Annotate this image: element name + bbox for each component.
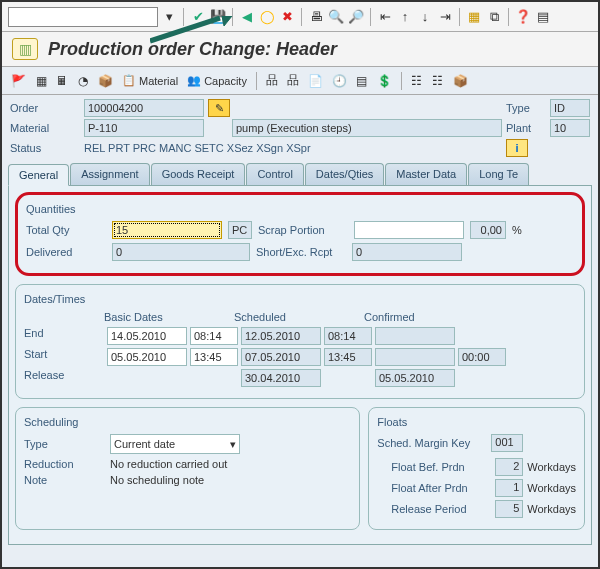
order-value: 100004200	[84, 99, 204, 117]
start-conf-date	[375, 348, 455, 366]
operations-icon[interactable]: 品	[263, 72, 281, 90]
tab-long-text[interactable]: Long Te	[468, 163, 529, 185]
documents-icon[interactable]: 📄	[305, 72, 326, 90]
cancel-icon[interactable]: ✖	[278, 8, 296, 26]
back-icon[interactable]: ◀	[238, 8, 256, 26]
sched-type-select[interactable]: Current date ▾	[110, 434, 240, 454]
shortcut-icon[interactable]: ⧉	[485, 8, 503, 26]
exit-icon[interactable]: ◯	[258, 8, 276, 26]
release-conf-date: 05.05.2010	[375, 369, 455, 387]
dates-group: Dates/Times Basic Dates Scheduled Confir…	[15, 284, 585, 399]
total-qty-uom: PC	[228, 221, 252, 239]
find-icon[interactable]: 🔍	[327, 8, 345, 26]
start-sched-date: 07.05.2010	[241, 348, 321, 366]
enter-icon[interactable]: ✔	[189, 8, 207, 26]
layout-icon[interactable]: ▤	[534, 8, 552, 26]
flag-icon[interactable]: 🚩	[8, 72, 29, 90]
float-bef-label: Float Bef. Prdn	[391, 461, 491, 473]
material-value: P-110	[84, 119, 204, 137]
end-sched-date: 12.05.2010	[241, 327, 321, 345]
end-conf-date	[375, 327, 455, 345]
material-label: Material	[10, 122, 80, 134]
release-period-label: Release Period	[391, 503, 491, 515]
floats-title: Floats	[377, 416, 576, 428]
scrap-label: Scrap Portion	[258, 224, 348, 236]
overview2-icon[interactable]: ☷	[429, 72, 447, 90]
chevron-down-icon: ▾	[230, 438, 236, 451]
release-period-unit: Workdays	[527, 503, 576, 515]
overview1-icon[interactable]: ☷	[408, 72, 426, 90]
wm-icon[interactable]: 📦	[450, 72, 471, 90]
pct-sign: %	[512, 224, 522, 236]
quantities-title: Quantities	[26, 203, 574, 215]
end-basic-time[interactable]: 08:14	[190, 327, 238, 345]
float-bef-value: 2	[495, 458, 523, 476]
help-icon[interactable]: ❓	[514, 8, 532, 26]
edit-order-button[interactable]: ✎	[208, 99, 230, 117]
last-page-icon[interactable]: ⇥	[436, 8, 454, 26]
release-period-value: 5	[495, 500, 523, 518]
cost-icon[interactable]: 💲	[374, 72, 395, 90]
grid-icon[interactable]: ▦	[32, 72, 50, 90]
header-form: Order 100004200 ✎ Type ID Material P-110…	[2, 95, 598, 159]
scrap-pct: 0,00	[470, 221, 506, 239]
end-basic-date[interactable]: 14.05.2010	[107, 327, 187, 345]
status-label: Status	[10, 142, 80, 154]
prev-page-icon[interactable]: ↑	[396, 8, 414, 26]
scrap-input[interactable]	[354, 221, 464, 239]
components-icon[interactable]: 品	[284, 72, 302, 90]
start-sched-time: 13:45	[324, 348, 372, 366]
plant-value: 10	[550, 119, 590, 137]
plant-label: Plant	[506, 122, 546, 134]
stock-icon[interactable]: 📦	[95, 72, 116, 90]
total-qty-input[interactable]: 15	[112, 221, 222, 239]
tab-goods-receipt[interactable]: Goods Receipt	[151, 163, 246, 185]
float-aft-label: Float After Prdn	[391, 482, 491, 494]
float-aft-value: 1	[495, 479, 523, 497]
tab-general[interactable]: General	[8, 164, 69, 186]
app-toolbar: 🚩 ▦ 🖩 ◔ 📦 📋Material 👥Capacity 品 品 📄 🕘 ▤ …	[2, 67, 598, 95]
settle-icon[interactable]: ▤	[353, 72, 371, 90]
status-value: REL PRT PRC MANC SETC XSez XSgn XSpr	[84, 142, 502, 154]
calc-icon[interactable]: 🖩	[53, 72, 71, 90]
page-title: Production order Change: Header	[48, 39, 337, 60]
margin-value[interactable]: 001	[491, 434, 523, 452]
tab-dates-qties[interactable]: Dates/Qties	[305, 163, 384, 185]
note-value: No scheduling note	[110, 474, 204, 486]
system-toolbar: ▾ ✔ 💾 ◀ ◯ ✖ 🖶 🔍 🔎 ⇤ ↑ ↓ ⇥ ▦ ⧉ ❓ ▤	[2, 2, 598, 32]
release-label: Release	[24, 369, 104, 387]
quantities-group: Quantities Total Qty 15 PC Scrap Portion…	[15, 192, 585, 276]
confirmed-header: Confirmed	[364, 311, 484, 323]
find-next-icon[interactable]: 🔎	[347, 8, 365, 26]
type-value: ID	[550, 99, 590, 117]
short-label: Short/Exc. Rcpt	[256, 246, 346, 258]
pie-icon[interactable]: ◔	[74, 72, 92, 90]
status-info-button[interactable]: i	[506, 139, 528, 157]
command-field[interactable]	[8, 7, 158, 27]
margin-label: Sched. Margin Key	[377, 437, 487, 449]
float-aft-unit: Workdays	[527, 482, 576, 494]
type-label: Type	[506, 102, 546, 114]
tab-body-general: Quantities Total Qty 15 PC Scrap Portion…	[8, 185, 592, 545]
order-label: Order	[10, 102, 80, 114]
dropdown-icon[interactable]: ▾	[160, 8, 178, 26]
scheduled-header: Scheduled	[234, 311, 364, 323]
start-basic-time[interactable]: 13:45	[190, 348, 238, 366]
reduction-value: No reduction carried out	[110, 458, 227, 470]
next-page-icon[interactable]: ↓	[416, 8, 434, 26]
tab-control[interactable]: Control	[246, 163, 303, 185]
material-button[interactable]: 📋Material	[119, 72, 181, 90]
schedule-icon[interactable]: 🕘	[329, 72, 350, 90]
new-session-icon[interactable]: ▦	[465, 8, 483, 26]
first-page-icon[interactable]: ⇤	[376, 8, 394, 26]
floats-group: Floats Sched. Margin Key 001 Float Bef. …	[368, 407, 585, 530]
tab-master-data[interactable]: Master Data	[385, 163, 467, 185]
dates-title: Dates/Times	[24, 293, 576, 305]
capacity-button[interactable]: 👥Capacity	[184, 72, 250, 90]
note-label: Note	[24, 474, 104, 486]
start-basic-date[interactable]: 05.05.2010	[107, 348, 187, 366]
print-icon[interactable]: 🖶	[307, 8, 325, 26]
save-icon[interactable]: 💾	[209, 8, 227, 26]
tab-assignment[interactable]: Assignment	[70, 163, 149, 185]
total-qty-label: Total Qty	[26, 224, 106, 236]
